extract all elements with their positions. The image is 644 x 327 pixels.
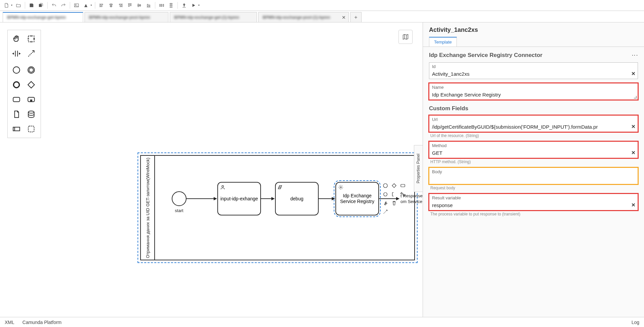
element-id-title: Activity_1anc2xs xyxy=(429,26,638,34)
svg-rect-8 xyxy=(120,6,122,7)
status-xml[interactable]: XML xyxy=(5,320,14,325)
svg-point-36 xyxy=(384,193,387,196)
method-input[interactable] xyxy=(429,148,638,158)
save-icon[interactable] xyxy=(27,1,36,10)
name-input[interactable] xyxy=(429,90,638,100)
status-log[interactable]: Log xyxy=(632,320,639,325)
clear-icon[interactable]: ✕ xyxy=(631,71,636,77)
space-tool-icon[interactable] xyxy=(9,46,24,61)
tab-2[interactable]: BPMN-idp-exchange-post-bpmn xyxy=(85,12,168,22)
intermediate-event-tool-icon[interactable] xyxy=(24,63,39,77)
subprocess-tool-icon[interactable] xyxy=(24,92,39,107)
properties-panel-toggle[interactable]: Properties Panel xyxy=(414,145,423,192)
data-store-tool-icon[interactable] xyxy=(24,107,39,122)
align-bottom-icon[interactable] xyxy=(144,1,153,10)
group-tool-icon[interactable] xyxy=(24,122,39,136)
body-hint: Request body xyxy=(423,185,644,190)
group-connector-title: Idp Exchange Service Registry Connector xyxy=(429,52,542,59)
resize-handle-icon[interactable] xyxy=(633,95,637,99)
properties-header: Activity_1anc2xs xyxy=(423,22,644,35)
ctx-gateway-icon[interactable] xyxy=(390,182,398,189)
ctx-connect-icon[interactable] xyxy=(382,208,389,215)
clear-icon[interactable]: ✕ xyxy=(631,150,636,156)
new-file-icon[interactable] xyxy=(2,1,11,10)
sequence-flow[interactable] xyxy=(186,198,217,199)
svg-rect-26 xyxy=(13,97,20,102)
id-input[interactable] xyxy=(429,69,638,79)
script-task-debug[interactable]: debug xyxy=(275,182,319,215)
add-tab-button[interactable]: + xyxy=(350,12,362,22)
ctx-task-icon[interactable] xyxy=(399,182,407,189)
status-engine[interactable]: Camunda Platform xyxy=(22,320,62,325)
ctx-start-event-icon[interactable] xyxy=(382,182,389,189)
tab-1[interactable]: BPMN-idp-exchange-get-bpmn xyxy=(3,12,83,22)
tab-template[interactable]: Template xyxy=(429,37,457,47)
clear-icon[interactable]: ✕ xyxy=(631,202,636,208)
open-file-icon[interactable] xyxy=(14,1,23,10)
id-label: Id xyxy=(429,63,638,69)
align-center-v-icon[interactable] xyxy=(135,1,144,10)
distribute-h-icon[interactable] xyxy=(157,1,166,10)
align-right-icon[interactable] xyxy=(116,1,125,10)
ctx-end-event-icon[interactable] xyxy=(382,191,389,198)
save-all-icon[interactable] xyxy=(37,1,45,10)
task-label: input-idp-exhange xyxy=(220,196,258,202)
service-task-idp[interactable]: Idp Exchange Service Registry xyxy=(335,182,379,215)
image-icon[interactable] xyxy=(72,1,81,10)
svg-point-22 xyxy=(13,67,20,73)
url-input[interactable] xyxy=(429,122,638,132)
run-icon[interactable] xyxy=(189,1,198,10)
svg-rect-0 xyxy=(31,3,32,4)
align-center-h-icon[interactable] xyxy=(107,1,115,10)
ctx-wrench-icon[interactable] xyxy=(382,199,389,207)
task-tool-icon[interactable] xyxy=(9,92,24,107)
lasso-tool-icon[interactable] xyxy=(24,31,39,46)
method-label: Method xyxy=(429,142,638,148)
distribute-v-icon[interactable] xyxy=(167,1,175,10)
result-input[interactable] xyxy=(429,200,638,210)
lane[interactable]: start input-idp-exhange debug I xyxy=(155,156,414,260)
end-event-tool-icon[interactable] xyxy=(9,77,24,92)
sequence-flow[interactable] xyxy=(319,198,335,199)
tab-3[interactable]: BPMN-idp-exchange-get-(1)-bpmn xyxy=(170,12,257,22)
connect-tool-icon[interactable] xyxy=(24,46,39,61)
sequence-flow[interactable] xyxy=(261,198,274,199)
clear-icon[interactable]: ✕ xyxy=(631,124,636,130)
pool-tool-icon[interactable] xyxy=(9,122,24,136)
svg-rect-13 xyxy=(147,4,148,6)
ctx-annotation-icon[interactable] xyxy=(390,191,398,198)
close-icon[interactable]: ✕ xyxy=(342,15,346,20)
align-left-icon[interactable] xyxy=(97,1,106,10)
redo-icon[interactable] xyxy=(59,1,68,10)
user-task-input[interactable]: input-idp-exhange xyxy=(217,182,261,215)
result-label: Result variable xyxy=(429,194,638,200)
svg-rect-21 xyxy=(28,36,34,42)
color-icon[interactable] xyxy=(82,1,90,10)
method-hint: HTTP method. (String) xyxy=(423,159,644,164)
deploy-icon[interactable] xyxy=(180,1,189,10)
pool-selection[interactable]: Отримання даних за UID GET-запитом(WireM… xyxy=(138,152,418,263)
data-object-tool-icon[interactable] xyxy=(9,107,24,122)
svg-rect-19 xyxy=(170,5,172,5)
gateway-tool-icon[interactable] xyxy=(24,77,39,92)
align-top-icon[interactable] xyxy=(125,1,134,10)
new-file-dropdown[interactable]: ▾ xyxy=(10,4,13,7)
svg-rect-18 xyxy=(170,3,172,4)
undo-icon[interactable] xyxy=(50,1,58,10)
svg-rect-20 xyxy=(170,7,172,7)
ctx-delete-icon[interactable] xyxy=(390,199,398,207)
more-options-icon[interactable]: ⋮ xyxy=(631,52,639,58)
minimap-toggle[interactable] xyxy=(398,30,413,44)
body-input[interactable] xyxy=(429,174,638,184)
hand-tool-icon[interactable] xyxy=(9,31,24,46)
pool[interactable]: Отримання даних за UID GET-запитом(WireM… xyxy=(140,155,415,260)
start-event-tool-icon[interactable] xyxy=(9,63,24,77)
run-dropdown[interactable]: ▾ xyxy=(197,4,201,7)
svg-rect-14 xyxy=(149,5,150,6)
name-label: Name xyxy=(429,83,638,90)
color-dropdown[interactable]: ▾ xyxy=(90,4,93,7)
main-toolbar: ▾ ▾ ▾ xyxy=(0,0,644,11)
diagram-canvas[interactable]: Отримання даних за UID GET-запитом(WireM… xyxy=(0,22,423,317)
start-event[interactable] xyxy=(172,191,186,206)
tab-4[interactable]: BPMN-idp-exchange-post-(1)-bpmn✕ xyxy=(258,12,349,22)
